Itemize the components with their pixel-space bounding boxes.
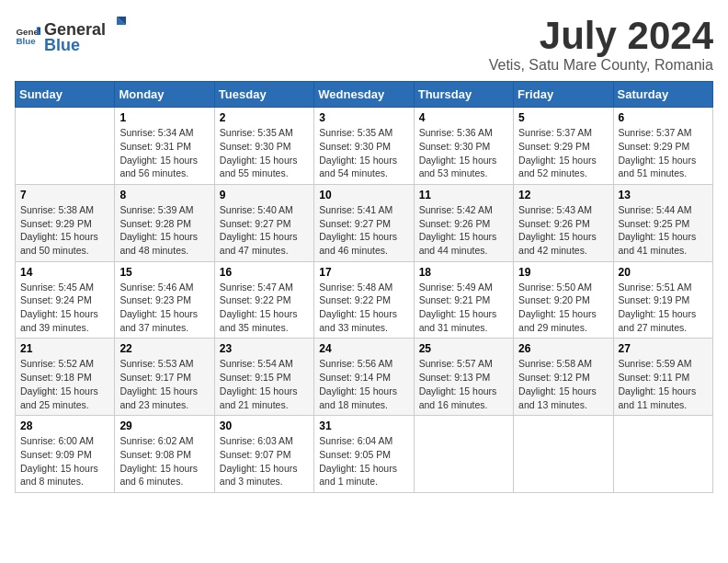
day-of-week-header: Thursday — [414, 82, 513, 108]
day-info: Sunrise: 6:03 AM Sunset: 9:07 PM Dayligh… — [220, 434, 309, 488]
calendar-cell: 7Sunrise: 5:38 AM Sunset: 9:29 PM Daylig… — [16, 184, 115, 261]
day-number: 4 — [419, 111, 508, 124]
day-of-week-header: Saturday — [613, 82, 712, 108]
day-info: Sunrise: 6:02 AM Sunset: 9:08 PM Dayligh… — [119, 434, 209, 488]
day-info: Sunrise: 5:35 AM Sunset: 9:30 PM Dayligh… — [220, 126, 309, 180]
calendar-cell: 2Sunrise: 5:35 AM Sunset: 9:30 PM Daylig… — [214, 108, 313, 185]
day-info: Sunrise: 5:42 AM Sunset: 9:26 PM Dayligh… — [419, 203, 508, 258]
logo: General Blue General Blue — [15, 15, 128, 55]
calendar-week-row: 28Sunrise: 6:00 AM Sunset: 9:09 PM Dayli… — [16, 416, 713, 493]
calendar-cell: 5Sunrise: 5:37 AM Sunset: 9:29 PM Daylig… — [514, 108, 613, 185]
day-info: Sunrise: 5:40 AM Sunset: 9:27 PM Dayligh… — [220, 203, 309, 258]
calendar-cell: 6Sunrise: 5:37 AM Sunset: 9:29 PM Daylig… — [613, 108, 712, 185]
day-number: 15 — [119, 266, 209, 279]
calendar-cell: 8Sunrise: 5:39 AM Sunset: 9:28 PM Daylig… — [115, 184, 214, 261]
logo-flag-icon — [107, 15, 127, 35]
day-of-week-header: Tuesday — [214, 82, 313, 108]
day-info: Sunrise: 5:37 AM Sunset: 9:29 PM Dayligh… — [518, 126, 608, 180]
calendar-week-row: 21Sunrise: 5:52 AM Sunset: 9:18 PM Dayli… — [16, 339, 713, 416]
day-number: 27 — [619, 342, 708, 355]
calendar-cell: 28Sunrise: 6:00 AM Sunset: 9:09 PM Dayli… — [16, 416, 115, 493]
day-number: 1 — [119, 111, 209, 124]
calendar-cell: 25Sunrise: 5:57 AM Sunset: 9:13 PM Dayli… — [414, 339, 513, 416]
day-number: 31 — [319, 419, 408, 432]
day-number: 16 — [220, 266, 309, 279]
day-info: Sunrise: 5:44 AM Sunset: 9:25 PM Dayligh… — [619, 203, 708, 258]
days-of-week-row: SundayMondayTuesdayWednesdayThursdayFrid… — [16, 82, 713, 108]
day-info: Sunrise: 5:50 AM Sunset: 9:20 PM Dayligh… — [518, 281, 608, 335]
day-number: 5 — [518, 111, 608, 124]
day-number: 19 — [518, 266, 608, 279]
calendar-cell — [613, 416, 712, 493]
day-number: 30 — [220, 419, 309, 432]
day-number: 17 — [319, 266, 408, 279]
day-number: 3 — [319, 111, 408, 124]
day-number: 24 — [319, 342, 408, 355]
day-info: Sunrise: 5:47 AM Sunset: 9:22 PM Dayligh… — [220, 281, 309, 335]
day-info: Sunrise: 5:35 AM Sunset: 9:30 PM Dayligh… — [319, 126, 408, 180]
calendar-cell: 26Sunrise: 5:58 AM Sunset: 9:12 PM Dayli… — [514, 339, 613, 416]
day-number: 7 — [20, 189, 109, 201]
day-info: Sunrise: 6:04 AM Sunset: 9:05 PM Dayligh… — [319, 434, 408, 488]
calendar-cell: 29Sunrise: 6:02 AM Sunset: 9:08 PM Dayli… — [115, 416, 214, 493]
day-of-week-header: Monday — [115, 82, 214, 108]
calendar-cell: 12Sunrise: 5:43 AM Sunset: 9:26 PM Dayli… — [514, 184, 613, 261]
calendar-cell: 21Sunrise: 5:52 AM Sunset: 9:18 PM Dayli… — [16, 339, 115, 416]
day-number: 9 — [220, 189, 309, 201]
day-info: Sunrise: 5:43 AM Sunset: 9:26 PM Dayligh… — [518, 203, 608, 258]
calendar-cell: 10Sunrise: 5:41 AM Sunset: 9:27 PM Dayli… — [314, 184, 414, 261]
day-info: Sunrise: 6:00 AM Sunset: 9:09 PM Dayligh… — [20, 434, 109, 488]
day-number: 29 — [119, 419, 209, 432]
day-info: Sunrise: 5:39 AM Sunset: 9:28 PM Dayligh… — [119, 203, 209, 258]
calendar-cell: 11Sunrise: 5:42 AM Sunset: 9:26 PM Dayli… — [414, 184, 513, 261]
calendar-cell: 18Sunrise: 5:49 AM Sunset: 9:21 PM Dayli… — [414, 261, 513, 339]
day-info: Sunrise: 5:58 AM Sunset: 9:12 PM Dayligh… — [518, 357, 608, 411]
day-number: 28 — [20, 419, 109, 432]
calendar-cell: 3Sunrise: 5:35 AM Sunset: 9:30 PM Daylig… — [314, 108, 414, 185]
day-number: 13 — [619, 189, 708, 201]
day-info: Sunrise: 5:38 AM Sunset: 9:29 PM Dayligh… — [20, 203, 109, 258]
day-info: Sunrise: 5:56 AM Sunset: 9:14 PM Dayligh… — [319, 357, 408, 411]
day-info: Sunrise: 5:45 AM Sunset: 9:24 PM Dayligh… — [20, 281, 109, 335]
calendar-cell — [16, 108, 115, 185]
day-number: 18 — [419, 266, 508, 279]
day-number: 23 — [220, 342, 309, 355]
day-info: Sunrise: 5:59 AM Sunset: 9:11 PM Dayligh… — [619, 357, 708, 411]
day-number: 25 — [419, 342, 508, 355]
day-info: Sunrise: 5:49 AM Sunset: 9:21 PM Dayligh… — [419, 281, 508, 335]
day-number: 20 — [619, 266, 708, 279]
day-info: Sunrise: 5:53 AM Sunset: 9:17 PM Dayligh… — [119, 357, 209, 411]
calendar-week-row: 1Sunrise: 5:34 AM Sunset: 9:31 PM Daylig… — [16, 108, 713, 185]
day-number: 11 — [419, 189, 508, 201]
calendar-body: 1Sunrise: 5:34 AM Sunset: 9:31 PM Daylig… — [16, 108, 713, 493]
calendar-cell — [514, 416, 613, 493]
svg-text:Blue: Blue — [16, 36, 36, 46]
day-info: Sunrise: 5:54 AM Sunset: 9:15 PM Dayligh… — [220, 357, 309, 411]
day-of-week-header: Friday — [514, 82, 613, 108]
day-info: Sunrise: 5:34 AM Sunset: 9:31 PM Dayligh… — [119, 126, 209, 180]
day-number: 10 — [319, 189, 408, 201]
calendar-cell: 19Sunrise: 5:50 AM Sunset: 9:20 PM Dayli… — [514, 261, 613, 339]
calendar-cell: 20Sunrise: 5:51 AM Sunset: 9:19 PM Dayli… — [613, 261, 712, 339]
day-of-week-header: Sunday — [16, 82, 115, 108]
day-number: 12 — [518, 189, 608, 201]
calendar-cell: 1Sunrise: 5:34 AM Sunset: 9:31 PM Daylig… — [115, 108, 214, 185]
day-info: Sunrise: 5:57 AM Sunset: 9:13 PM Dayligh… — [419, 357, 508, 411]
day-info: Sunrise: 5:46 AM Sunset: 9:23 PM Dayligh… — [119, 281, 209, 335]
calendar-table: SundayMondayTuesdayWednesdayThursdayFrid… — [15, 81, 713, 493]
day-number: 22 — [119, 342, 209, 355]
day-info: Sunrise: 5:37 AM Sunset: 9:29 PM Dayligh… — [619, 126, 708, 180]
calendar-week-row: 7Sunrise: 5:38 AM Sunset: 9:29 PM Daylig… — [16, 184, 713, 261]
calendar-cell: 14Sunrise: 5:45 AM Sunset: 9:24 PM Dayli… — [16, 261, 115, 339]
month-year-title: July 2024 — [489, 15, 713, 57]
title-area: July 2024 Vetis, Satu Mare County, Roman… — [489, 15, 713, 74]
day-info: Sunrise: 5:48 AM Sunset: 9:22 PM Dayligh… — [319, 281, 408, 335]
day-info: Sunrise: 5:51 AM Sunset: 9:19 PM Dayligh… — [619, 281, 708, 335]
calendar-cell: 17Sunrise: 5:48 AM Sunset: 9:22 PM Dayli… — [314, 261, 414, 339]
day-number: 21 — [20, 342, 109, 355]
calendar-header: SundayMondayTuesdayWednesdayThursdayFrid… — [16, 82, 713, 108]
day-number: 6 — [619, 111, 708, 124]
calendar-week-row: 14Sunrise: 5:45 AM Sunset: 9:24 PM Dayli… — [16, 261, 713, 339]
calendar-cell: 27Sunrise: 5:59 AM Sunset: 9:11 PM Dayli… — [613, 339, 712, 416]
day-info: Sunrise: 5:52 AM Sunset: 9:18 PM Dayligh… — [20, 357, 109, 411]
